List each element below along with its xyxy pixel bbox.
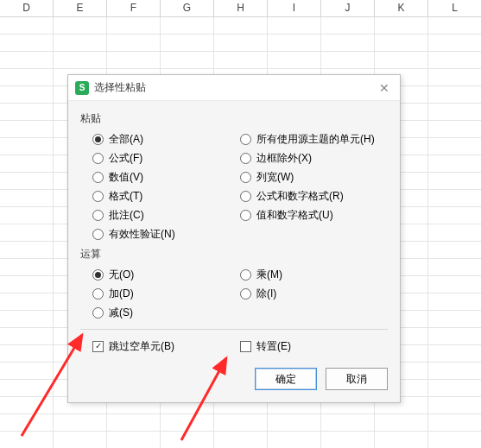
column-header[interactable]: H [214, 0, 268, 17]
grid-cell[interactable] [0, 259, 54, 276]
grid-cell[interactable] [375, 17, 428, 35]
grid-cell[interactable] [428, 363, 481, 380]
grid-cell[interactable] [161, 432, 214, 448]
grid-cell[interactable] [161, 414, 214, 432]
grid-cell[interactable] [268, 52, 321, 69]
grid-cell[interactable] [0, 207, 54, 224]
grid-cell[interactable] [0, 190, 54, 207]
grid-cell[interactable] [214, 52, 268, 69]
paste-option[interactable]: 格式(T) [92, 186, 240, 205]
grid-cell[interactable] [428, 104, 481, 121]
grid-cell[interactable] [214, 432, 268, 448]
grid-cell[interactable] [321, 17, 375, 35]
grid-cell[interactable] [0, 17, 54, 35]
paste-option[interactable]: 数值(V) [92, 167, 240, 186]
grid-cell[interactable] [428, 224, 481, 242]
grid-cell[interactable] [428, 121, 481, 138]
grid-cell[interactable] [268, 17, 321, 35]
grid-cell[interactable] [107, 52, 161, 69]
skip-blanks-checkbox[interactable]: 跳过空单元(B) [92, 337, 240, 356]
grid-cell[interactable] [428, 138, 481, 155]
grid-cell[interactable] [107, 432, 161, 448]
grid-cell[interactable] [0, 380, 54, 397]
column-header[interactable]: L [428, 0, 481, 17]
paste-option[interactable]: 列宽(W) [240, 167, 388, 186]
grid-cell[interactable] [428, 345, 481, 363]
grid-cell[interactable] [54, 17, 107, 35]
grid-cell[interactable] [428, 242, 481, 259]
grid-cell[interactable] [0, 86, 54, 104]
grid-cell[interactable] [0, 224, 54, 242]
operation-option[interactable]: 乘(M) [240, 265, 388, 284]
ok-button[interactable]: 确定 [255, 368, 317, 390]
paste-option[interactable]: 边框除外(X) [240, 148, 388, 167]
grid-cell[interactable] [0, 138, 54, 155]
paste-option[interactable]: 有效性验证(N) [92, 224, 240, 243]
grid-cell[interactable] [428, 35, 481, 52]
paste-option[interactable]: 公式(F) [92, 148, 240, 167]
grid-cell[interactable] [0, 121, 54, 138]
grid-cell[interactable] [0, 345, 54, 363]
grid-cell[interactable] [375, 414, 428, 432]
grid-cell[interactable] [0, 104, 54, 121]
grid-cell[interactable] [321, 414, 375, 432]
close-icon[interactable]: ✕ [376, 79, 393, 97]
operation-option[interactable]: 除(I) [240, 284, 388, 303]
grid-cell[interactable] [375, 52, 428, 69]
grid-cell[interactable] [0, 397, 54, 414]
grid-cell[interactable] [0, 155, 54, 173]
operation-option[interactable]: 无(O) [92, 265, 240, 284]
grid-cell[interactable] [428, 69, 481, 86]
grid-cell[interactable] [54, 414, 107, 432]
grid-cell[interactable] [321, 432, 375, 448]
column-header[interactable]: I [268, 0, 321, 17]
operation-option[interactable]: 减(S) [92, 303, 240, 322]
grid-cell[interactable] [214, 17, 268, 35]
cancel-button[interactable]: 取消 [326, 368, 388, 390]
paste-option[interactable]: 公式和数字格式(R) [240, 186, 388, 205]
grid-cell[interactable] [161, 17, 214, 35]
grid-cell[interactable] [0, 69, 54, 86]
grid-cell[interactable] [268, 432, 321, 448]
grid-cell[interactable] [428, 86, 481, 104]
grid-cell[interactable] [428, 207, 481, 224]
grid-cell[interactable] [428, 173, 481, 190]
grid-cell[interactable] [161, 35, 214, 52]
grid-cell[interactable] [428, 414, 481, 432]
grid-cell[interactable] [107, 414, 161, 432]
grid-cell[interactable] [268, 35, 321, 52]
grid-cell[interactable] [428, 155, 481, 173]
grid-cell[interactable] [428, 432, 481, 448]
grid-cell[interactable] [428, 293, 481, 311]
grid-cell[interactable] [107, 35, 161, 52]
grid-cell[interactable] [0, 276, 54, 293]
grid-cell[interactable] [0, 432, 54, 448]
paste-option[interactable]: 批注(C) [92, 205, 240, 224]
grid-cell[interactable] [161, 52, 214, 69]
grid-cell[interactable] [214, 35, 268, 52]
grid-cell[interactable] [0, 52, 54, 69]
column-header[interactable]: G [161, 0, 214, 17]
paste-option[interactable]: 值和数字格式(U) [240, 205, 388, 224]
grid-cell[interactable] [0, 35, 54, 52]
grid-cell[interactable] [54, 52, 107, 69]
grid-cell[interactable] [0, 242, 54, 259]
grid-cell[interactable] [428, 328, 481, 345]
column-header[interactable]: F [107, 0, 161, 17]
column-header[interactable]: D [0, 0, 54, 17]
column-header[interactable]: J [321, 0, 375, 17]
grid-cell[interactable] [0, 311, 54, 328]
operation-option[interactable]: 加(D) [92, 284, 240, 303]
grid-cell[interactable] [428, 276, 481, 293]
grid-cell[interactable] [428, 311, 481, 328]
grid-cell[interactable] [0, 363, 54, 380]
grid-cell[interactable] [375, 432, 428, 448]
transpose-checkbox[interactable]: 转置(E) [240, 337, 388, 356]
grid-cell[interactable] [54, 432, 107, 448]
grid-cell[interactable] [321, 52, 375, 69]
grid-cell[interactable] [428, 17, 481, 35]
grid-cell[interactable] [54, 35, 107, 52]
grid-cell[interactable] [428, 190, 481, 207]
grid-cell[interactable] [0, 328, 54, 345]
grid-cell[interactable] [0, 293, 54, 311]
